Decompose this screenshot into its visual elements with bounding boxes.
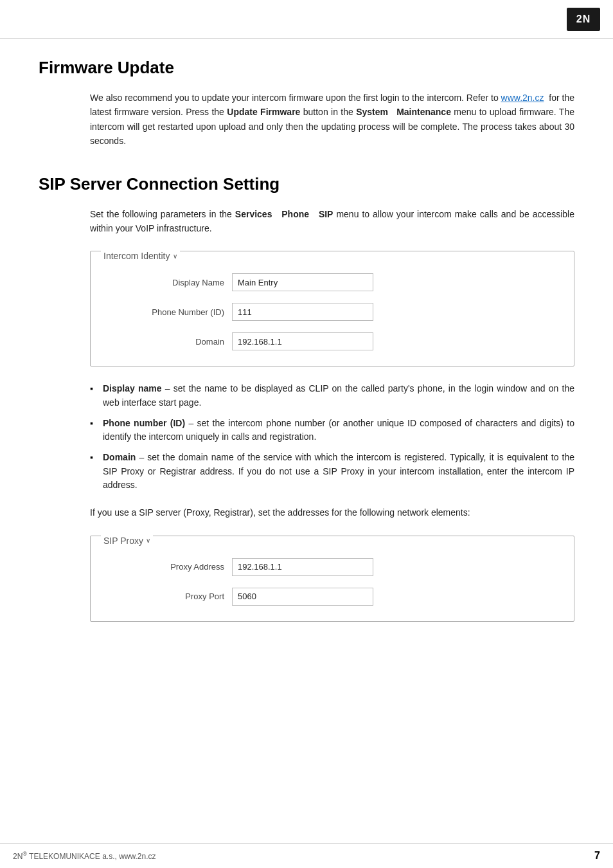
bullet-domain: Domain – set the domain name of the serv… bbox=[90, 451, 574, 493]
phone-number-label: Phone Number (ID) bbox=[103, 307, 232, 317]
sip-proxy-title: SIP Proxy ∨ bbox=[101, 536, 153, 546]
logo-text: 2N bbox=[576, 14, 591, 25]
bullet-domain-bold: Domain bbox=[103, 452, 136, 462]
page-footer: 2N® TELEKOMUNIKACE a.s., www.2n.cz 7 bbox=[0, 843, 613, 868]
intercom-identity-box: Intercom Identity ∨ Display Name Phone N… bbox=[90, 251, 574, 366]
display-name-row: Display Name bbox=[103, 273, 561, 291]
firmware-link[interactable]: www.2n.cz bbox=[501, 93, 544, 103]
logo: 2N bbox=[567, 8, 600, 31]
phone-number-row: Phone Number (ID) bbox=[103, 303, 561, 321]
bold-sip: SIP bbox=[319, 209, 333, 219]
bullet-phone-number-bold: Phone number (ID) bbox=[103, 418, 185, 428]
bold-update-firmware: Update Firmware bbox=[227, 107, 300, 117]
phone-number-input[interactable] bbox=[232, 303, 373, 321]
display-name-label: Display Name bbox=[103, 278, 232, 287]
firmware-section: Firmware Update We also recommend you to… bbox=[39, 58, 574, 149]
feature-bullet-list: Display name – set the name to be displa… bbox=[90, 382, 574, 493]
domain-input[interactable] bbox=[232, 332, 373, 350]
page-number: 7 bbox=[594, 850, 600, 862]
bold-services: Services bbox=[235, 209, 272, 219]
proxy-port-label: Proxy Port bbox=[103, 592, 232, 601]
bold-maintenance: Maintenance bbox=[396, 107, 451, 117]
sip-proxy-box: SIP Proxy ∨ Proxy Address Proxy Port bbox=[90, 536, 574, 622]
sip-section: SIP Server Connection Setting Set the fo… bbox=[39, 174, 574, 622]
page-content: Firmware Update We also recommend you to… bbox=[0, 39, 613, 686]
network-elements-text: If you use a SIP server (Proxy, Registra… bbox=[90, 505, 574, 520]
firmware-paragraph: We also recommend you to update your int… bbox=[90, 91, 574, 149]
sip-section-title: SIP Server Connection Setting bbox=[39, 174, 574, 194]
bold-system: System bbox=[356, 107, 388, 117]
proxy-port-row: Proxy Port bbox=[103, 588, 561, 606]
bullet-display-name: Display name – set the name to be displa… bbox=[90, 382, 574, 410]
bullet-display-name-bold: Display name bbox=[103, 383, 162, 393]
firmware-title: Firmware Update bbox=[39, 58, 574, 78]
domain-row: Domain bbox=[103, 332, 561, 350]
bold-phone: Phone bbox=[281, 209, 309, 219]
sip-proxy-chevron: ∨ bbox=[146, 537, 150, 544]
intercom-identity-chevron: ∨ bbox=[173, 253, 177, 260]
proxy-address-row: Proxy Address bbox=[103, 558, 561, 576]
intercom-identity-title: Intercom Identity ∨ bbox=[101, 251, 180, 261]
proxy-address-label: Proxy Address bbox=[103, 562, 232, 572]
bullet-phone-number: Phone number (ID) – set the intercom pho… bbox=[90, 417, 574, 444]
footer-company: 2N® TELEKOMUNIKACE a.s., www.2n.cz bbox=[13, 851, 156, 861]
display-name-input[interactable] bbox=[232, 273, 373, 291]
domain-label: Domain bbox=[103, 337, 232, 347]
proxy-address-input[interactable] bbox=[232, 558, 373, 576]
sip-intro-text: Set the following parameters in the Serv… bbox=[90, 207, 574, 236]
proxy-port-input[interactable] bbox=[232, 588, 373, 606]
sip-proxy-label: SIP Proxy bbox=[103, 536, 143, 546]
page-header: 2N bbox=[0, 0, 613, 39]
intercom-identity-label: Intercom Identity bbox=[103, 251, 170, 261]
